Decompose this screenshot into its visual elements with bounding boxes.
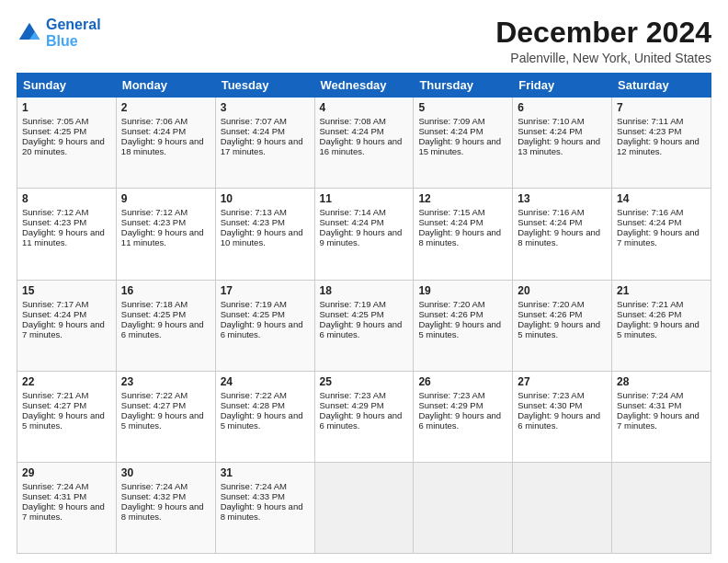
sunset-label: Sunset: 4:24 PM xyxy=(617,217,681,227)
sunrise-label: Sunrise: 7:10 AM xyxy=(518,116,584,126)
table-cell: 6 Sunrise: 7:10 AM Sunset: 4:24 PM Dayli… xyxy=(513,98,612,189)
sunrise-label: Sunrise: 7:11 AM xyxy=(617,116,683,126)
daylight-label: Daylight: 9 hours and 20 minutes. xyxy=(22,136,105,156)
table-cell xyxy=(314,462,414,553)
sunset-label: Sunset: 4:23 PM xyxy=(221,217,285,227)
sunset-label: Sunset: 4:28 PM xyxy=(221,400,285,410)
daylight-label: Daylight: 9 hours and 6 minutes. xyxy=(518,410,600,431)
table-cell: 20 Sunrise: 7:20 AM Sunset: 4:26 PM Dayl… xyxy=(513,280,612,371)
table-cell: 3 Sunrise: 7:07 AM Sunset: 4:24 PM Dayli… xyxy=(215,98,314,189)
table-cell: 30 Sunrise: 7:24 AM Sunset: 4:32 PM Dayl… xyxy=(116,462,215,553)
header: General Blue December 2024 Palenville, N… xyxy=(17,17,711,65)
table-cell xyxy=(513,462,612,553)
sunset-label: Sunset: 4:24 PM xyxy=(221,126,285,136)
daylight-label: Daylight: 9 hours and 17 minutes. xyxy=(221,136,303,156)
day-number: 10 xyxy=(221,192,310,205)
day-number: 31 xyxy=(221,466,310,479)
table-row: 1 Sunrise: 7:05 AM Sunset: 4:25 PM Dayli… xyxy=(17,98,711,189)
day-number: 2 xyxy=(121,101,210,114)
sunrise-label: Sunrise: 7:24 AM xyxy=(617,390,683,400)
daylight-label: Daylight: 9 hours and 13 minutes. xyxy=(518,136,600,156)
sunset-label: Sunset: 4:31 PM xyxy=(22,491,86,501)
daylight-label: Daylight: 9 hours and 18 minutes. xyxy=(121,136,204,156)
table-cell: 9 Sunrise: 7:12 AM Sunset: 4:23 PM Dayli… xyxy=(116,189,215,280)
sunset-label: Sunset: 4:27 PM xyxy=(121,400,186,410)
daylight-label: Daylight: 9 hours and 6 minutes. xyxy=(418,410,501,431)
daylight-label: Daylight: 9 hours and 12 minutes. xyxy=(617,136,700,156)
daylight-label: Daylight: 9 hours and 8 minutes. xyxy=(518,227,600,247)
table-cell: 31 Sunrise: 7:24 AM Sunset: 4:33 PM Dayl… xyxy=(215,462,314,553)
daylight-label: Daylight: 9 hours and 11 minutes. xyxy=(22,227,105,247)
day-number: 19 xyxy=(418,284,507,297)
table-cell: 10 Sunrise: 7:13 AM Sunset: 4:23 PM Dayl… xyxy=(215,189,314,280)
page: General Blue December 2024 Palenville, N… xyxy=(0,0,728,563)
sunrise-label: Sunrise: 7:13 AM xyxy=(221,207,287,217)
table-cell: 16 Sunrise: 7:18 AM Sunset: 4:25 PM Dayl… xyxy=(116,280,215,371)
daylight-label: Daylight: 9 hours and 6 minutes. xyxy=(320,410,403,431)
daylight-label: Daylight: 9 hours and 8 minutes. xyxy=(121,501,204,522)
table-cell: 7 Sunrise: 7:11 AM Sunset: 4:23 PM Dayli… xyxy=(612,98,711,189)
daylight-label: Daylight: 9 hours and 8 minutes. xyxy=(221,501,303,522)
sunrise-label: Sunrise: 7:19 AM xyxy=(320,299,386,309)
day-number: 28 xyxy=(617,375,706,388)
sunset-label: Sunset: 4:31 PM xyxy=(617,400,681,410)
header-friday: Friday xyxy=(513,74,612,98)
sunrise-label: Sunrise: 7:07 AM xyxy=(221,116,287,126)
day-number: 30 xyxy=(121,466,210,479)
daylight-label: Daylight: 9 hours and 7 minutes. xyxy=(22,501,105,522)
sunrise-label: Sunrise: 7:12 AM xyxy=(22,207,88,217)
sunset-label: Sunset: 4:32 PM xyxy=(121,491,186,501)
daylight-label: Daylight: 9 hours and 11 minutes. xyxy=(121,227,204,247)
day-number: 21 xyxy=(617,284,706,297)
sunset-label: Sunset: 4:23 PM xyxy=(617,126,681,136)
day-number: 9 xyxy=(121,192,210,205)
table-cell: 21 Sunrise: 7:21 AM Sunset: 4:26 PM Dayl… xyxy=(612,280,711,371)
day-number: 1 xyxy=(22,101,111,114)
daylight-label: Daylight: 9 hours and 6 minutes. xyxy=(121,319,204,339)
sunrise-label: Sunrise: 7:16 AM xyxy=(518,207,584,217)
sunrise-label: Sunrise: 7:15 AM xyxy=(418,207,484,217)
header-thursday: Thursday xyxy=(414,74,513,98)
daylight-label: Daylight: 9 hours and 7 minutes. xyxy=(22,319,105,339)
header-tuesday: Tuesday xyxy=(215,74,314,98)
day-number: 22 xyxy=(22,375,111,388)
sunset-label: Sunset: 4:25 PM xyxy=(121,309,186,319)
daylight-label: Daylight: 9 hours and 5 minutes. xyxy=(617,319,700,339)
sunrise-label: Sunrise: 7:20 AM xyxy=(418,299,484,309)
sunset-label: Sunset: 4:23 PM xyxy=(22,217,86,227)
table-cell: 23 Sunrise: 7:22 AM Sunset: 4:27 PM Dayl… xyxy=(116,371,215,462)
daylight-label: Daylight: 9 hours and 9 minutes. xyxy=(320,227,403,247)
sunrise-label: Sunrise: 7:24 AM xyxy=(22,481,88,491)
daylight-label: Daylight: 9 hours and 5 minutes. xyxy=(22,410,105,431)
header-saturday: Saturday xyxy=(612,74,711,98)
table-row: 29 Sunrise: 7:24 AM Sunset: 4:31 PM Dayl… xyxy=(17,462,711,553)
logo: General Blue xyxy=(17,17,101,49)
day-number: 13 xyxy=(518,192,607,205)
sunrise-label: Sunrise: 7:23 AM xyxy=(320,390,386,400)
sunrise-label: Sunrise: 7:09 AM xyxy=(418,116,484,126)
daylight-label: Daylight: 9 hours and 6 minutes. xyxy=(221,319,303,339)
table-cell xyxy=(612,462,711,553)
sunset-label: Sunset: 4:26 PM xyxy=(617,309,681,319)
logo-text: General Blue xyxy=(46,17,101,49)
sunrise-label: Sunrise: 7:08 AM xyxy=(320,116,386,126)
sunset-label: Sunset: 4:24 PM xyxy=(518,217,582,227)
table-cell: 29 Sunrise: 7:24 AM Sunset: 4:31 PM Dayl… xyxy=(17,462,117,553)
table-row: 15 Sunrise: 7:17 AM Sunset: 4:24 PM Dayl… xyxy=(17,280,711,371)
sunset-label: Sunset: 4:30 PM xyxy=(518,400,582,410)
sunrise-label: Sunrise: 7:23 AM xyxy=(418,390,484,400)
table-cell: 18 Sunrise: 7:19 AM Sunset: 4:25 PM Dayl… xyxy=(314,280,414,371)
daylight-label: Daylight: 9 hours and 5 minutes. xyxy=(221,410,303,431)
day-number: 29 xyxy=(22,466,111,479)
daylight-label: Daylight: 9 hours and 7 minutes. xyxy=(617,410,700,431)
day-number: 12 xyxy=(418,192,507,205)
table-cell: 2 Sunrise: 7:06 AM Sunset: 4:24 PM Dayli… xyxy=(116,98,215,189)
day-number: 8 xyxy=(22,192,111,205)
sunrise-label: Sunrise: 7:14 AM xyxy=(320,207,386,217)
table-cell xyxy=(414,462,513,553)
table-cell: 26 Sunrise: 7:23 AM Sunset: 4:29 PM Dayl… xyxy=(414,371,513,462)
day-number: 17 xyxy=(221,284,310,297)
sunrise-label: Sunrise: 7:16 AM xyxy=(617,207,683,217)
sunrise-label: Sunrise: 7:21 AM xyxy=(22,390,88,400)
table-cell: 28 Sunrise: 7:24 AM Sunset: 4:31 PM Dayl… xyxy=(612,371,711,462)
